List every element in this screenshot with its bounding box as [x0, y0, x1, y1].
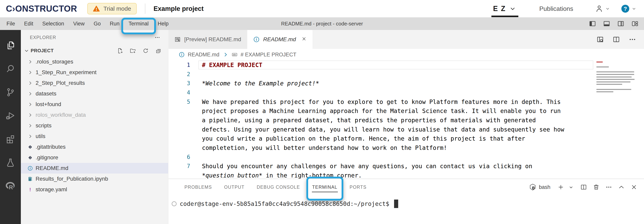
code-line: defects. Using your generated data, you … — [168, 125, 644, 134]
tree-item-storage-yaml[interactable]: !storage.yaml — [21, 184, 168, 195]
editor-tab-preview-readme-md[interactable]: [Preview] README.md — [168, 30, 247, 49]
tree-item-scripts[interactable]: scripts — [21, 120, 168, 131]
tree-item-1-step-run-experiment[interactable]: 1_Step_Run_experiment — [21, 67, 168, 78]
line-number: 1 — [168, 62, 190, 68]
app-window: C›ONSTRUCTOR Trial mode Example project … — [0, 0, 644, 224]
more-actions-icon[interactable] — [629, 36, 636, 43]
panel-tab-terminal[interactable]: TERMINAL — [312, 181, 338, 194]
chevron-right-icon — [28, 80, 33, 86]
chevron-right-icon — [28, 102, 33, 107]
split-editor-icon[interactable] — [612, 36, 620, 43]
line-number: 6 — [168, 154, 190, 160]
constructor-logo[interactable]: C›ONSTRUCTOR — [6, 4, 77, 14]
tree-item-lost-found[interactable]: lost+found — [21, 99, 168, 110]
close-tab-icon[interactable] — [302, 36, 306, 43]
chevron-right-icon — [28, 113, 33, 118]
chevron-down-icon — [510, 6, 516, 12]
terminal-cursor — [394, 199, 398, 208]
account-menu[interactable] — [595, 4, 610, 13]
minimap[interactable] — [596, 62, 637, 94]
activity-extensions[interactable] — [0, 127, 21, 151]
workspace-switcher[interactable]: E Z — [493, 5, 516, 13]
activity-run-debug[interactable] — [0, 104, 21, 127]
activity-testing[interactable] — [0, 151, 21, 174]
breadcrumb-symbol[interactable]: # EXAMPLE PROJECT — [241, 52, 296, 58]
nav-publications[interactable]: Publications — [539, 5, 573, 13]
menu-item-edit[interactable]: Edit — [20, 17, 38, 30]
panel-tab-output[interactable]: OUTPUT — [224, 181, 245, 194]
bottom-panel: PROBLEMSOUTPUTDEBUG CONSOLETERMINALPORTS… — [168, 179, 644, 224]
refresh-icon[interactable] — [142, 48, 149, 54]
git-icon — [28, 155, 33, 160]
tree-item-gitattributes[interactable]: .gitattributes — [21, 142, 168, 152]
code-line: *question button* in the right-bottom co… — [168, 171, 644, 179]
file-tree: .rolos_storages1_Step_Run_experiment2_St… — [21, 56, 168, 195]
tree-item-utils[interactable]: utils — [21, 131, 168, 142]
code-editor[interactable]: 1# EXAMPLE PROJECT23*Welcome to the Exam… — [168, 60, 644, 179]
tree-item-rolos-storages[interactable]: .rolos_storages — [21, 56, 168, 67]
panel-tab-ports[interactable]: PORTS — [349, 181, 367, 194]
line-number: 3 — [168, 80, 190, 86]
menu-item-go[interactable]: Go — [89, 17, 105, 30]
menu-item-file[interactable]: File — [2, 17, 20, 30]
menu-bar: FileEditSelectionViewGoRunTerminalHelp R… — [0, 17, 644, 30]
activity-explorer[interactable] — [0, 34, 21, 57]
code-line: 1# EXAMPLE PROJECT — [168, 60, 644, 70]
new-file-icon[interactable] — [117, 48, 123, 54]
editor-tab-bar: [Preview] README.mdREADME.md — [168, 30, 644, 49]
panel-more-actions-icon[interactable] — [606, 184, 612, 190]
project-section-header[interactable]: PROJECT — [21, 45, 168, 56]
shell-label: bash — [539, 184, 550, 190]
toggle-secondary-sidebar-icon[interactable] — [617, 20, 624, 27]
menu-item-view[interactable]: View — [69, 17, 89, 30]
terminal-output[interactable]: coder@stage-env-5b85a15fa0cc4a9c9548c900… — [168, 195, 644, 208]
explorer-sidebar: EXPLORER PROJECT — [21, 30, 168, 224]
tree-item-gitignore[interactable]: .gitignore — [21, 152, 168, 163]
help-icon: ? — [621, 4, 630, 13]
code-line: 3*Welcome to the Example project!* — [168, 79, 644, 88]
explorer-more-actions-icon[interactable] — [154, 35, 160, 40]
new-folder-icon[interactable] — [130, 48, 136, 54]
terminal-shell-selector[interactable]: $ bash — [529, 183, 550, 191]
r-language-icon: RR — [6, 181, 15, 191]
chevron-down-icon — [632, 7, 636, 11]
warning-icon — [93, 5, 100, 12]
tree-item-2-step-plot-results[interactable]: 2_Step_Plot_results — [21, 78, 168, 88]
activity-r-language[interactable]: RR — [0, 174, 21, 198]
help-menu[interactable]: ? — [621, 4, 636, 13]
split-terminal-icon[interactable] — [580, 184, 587, 190]
testing-flask-icon — [6, 158, 15, 168]
toggle-primary-sidebar-icon[interactable] — [589, 20, 596, 27]
bash-terminal-icon: $ — [529, 183, 536, 191]
menu-item-terminal[interactable]: Terminal — [124, 17, 153, 30]
close-panel-icon[interactable] — [631, 184, 637, 190]
breadcrumb-file[interactable]: README.md — [188, 52, 220, 58]
tree-item-datasets[interactable]: datasets — [21, 88, 168, 99]
panel-tab-problems[interactable]: PROBLEMS — [184, 181, 212, 194]
tree-item-results-for-publication-ipynb[interactable]: Results_for_Publication.ipynb — [21, 174, 168, 184]
maximize-panel-icon[interactable] — [618, 184, 625, 190]
run-debug-icon — [6, 111, 15, 121]
menu-item-help[interactable]: Help — [153, 17, 173, 30]
kill-terminal-icon[interactable] — [593, 184, 600, 190]
activity-source-control[interactable] — [0, 80, 21, 104]
collapse-folders-icon[interactable] — [155, 48, 162, 54]
new-terminal-icon[interactable] — [558, 184, 564, 190]
toggle-panel-icon[interactable] — [603, 20, 610, 27]
customize-layout-icon[interactable] — [632, 20, 638, 27]
menu-item-run[interactable]: Run — [105, 17, 124, 30]
source-control-icon — [6, 87, 15, 97]
terminal-dropdown-icon[interactable] — [568, 184, 574, 190]
tree-item-rolos-workflow-data[interactable]: rolos_workflow_data — [21, 110, 168, 120]
line-number: 4 — [168, 89, 190, 96]
header-divider — [145, 4, 145, 14]
trial-mode-label: Trial mode — [104, 5, 131, 12]
open-preview-icon[interactable] — [596, 36, 604, 43]
editor-tab-readme-md[interactable]: README.md — [247, 30, 313, 49]
line-number: 5 — [168, 98, 190, 105]
tree-item-readme-md[interactable]: README.md — [21, 163, 168, 174]
activity-search[interactable] — [0, 57, 21, 80]
activity-bar: RR — [0, 30, 21, 224]
panel-tab-debug-console[interactable]: DEBUG CONSOLE — [256, 181, 300, 194]
menu-item-selection[interactable]: Selection — [38, 17, 69, 30]
